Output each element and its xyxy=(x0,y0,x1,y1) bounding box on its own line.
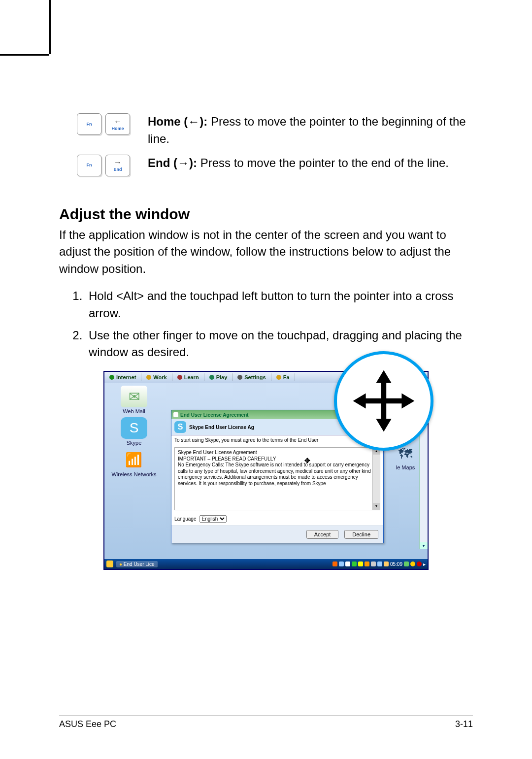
shortcut-desc-end: End (→): Press to move the pointer to th… xyxy=(148,155,449,172)
shortcut-row-home: Fn ← Home Home (←): Press to move the po… xyxy=(59,113,473,148)
learn-icon xyxy=(177,375,182,380)
key-home: ← Home xyxy=(105,113,130,135)
svg-marker-0 xyxy=(353,370,415,432)
tray-icon[interactable] xyxy=(352,561,357,566)
dialog-subtitle: Skype End User License Ag xyxy=(189,425,254,430)
tab-internet[interactable]: Internet xyxy=(104,373,141,381)
step-item: Use the other finger to move on the touc… xyxy=(86,327,473,362)
settings-icon xyxy=(237,375,242,380)
taskbar-clock: 05:09 xyxy=(390,561,402,567)
tray-icon[interactable] xyxy=(332,561,337,566)
key-end: → End xyxy=(105,155,130,176)
dialog-button-row: Accept Decline xyxy=(171,526,383,543)
eula-area: Skype End User License Agreement IMPORTA… xyxy=(171,445,383,512)
tab-work[interactable]: Work xyxy=(141,373,172,381)
desktop-icon-skype[interactable]: S Skype xyxy=(121,417,147,446)
eula-scrollbar[interactable]: ▴ ▾ xyxy=(372,448,380,510)
dialog-title: End User License Agreement xyxy=(180,412,249,418)
play-icon xyxy=(209,375,214,380)
taskbar-item[interactable]: ● End User Lice xyxy=(116,561,158,567)
step-item: Hold <Alt> and the touchpad left button … xyxy=(86,288,473,322)
tray-icon[interactable] xyxy=(404,561,409,566)
dialog-title-icon xyxy=(173,412,178,417)
tray-icon[interactable] xyxy=(358,561,363,566)
home-icon[interactable] xyxy=(106,561,113,567)
footer-left: ASUS Eee PC xyxy=(59,719,116,729)
tab-learn[interactable]: Learn xyxy=(172,373,204,381)
key-combo-end: Fn → End xyxy=(59,155,148,176)
work-icon xyxy=(146,375,151,380)
battery-icon[interactable] xyxy=(384,561,389,566)
eula-line: Skype End User License Agreement xyxy=(178,450,377,456)
star-icon xyxy=(276,375,281,380)
globe-icon xyxy=(109,375,114,380)
screenshot-figure: Internet Work Learn Play Settings Fa ✉ W… xyxy=(103,371,429,570)
shortcut-row-end: Fn → End End (→): Press to move the poin… xyxy=(59,155,473,176)
skype-icon: S xyxy=(121,417,147,439)
crop-mark-horizontal xyxy=(0,54,49,56)
skype-icon: S xyxy=(174,421,186,433)
tray-icon[interactable] xyxy=(417,561,422,566)
tab-favorites-cut[interactable]: Fa xyxy=(271,373,295,381)
tray-icon[interactable] xyxy=(365,561,369,566)
taskbar-left: ● End User Lice xyxy=(106,561,158,567)
steps-list: Hold <Alt> and the touchpad left button … xyxy=(59,288,473,361)
language-row: Language English xyxy=(171,512,383,526)
shortcut-desc-home: Home (←): Press to move the pointer to t… xyxy=(148,113,473,148)
decline-button[interactable]: Decline xyxy=(344,530,378,539)
section-intro: If the application window is not in the … xyxy=(59,227,473,278)
arrow-right-icon: → xyxy=(114,159,122,166)
wifi-icon: 📶 xyxy=(121,449,147,470)
section-heading: Adjust the window xyxy=(59,206,473,223)
tab-play[interactable]: Play xyxy=(204,373,233,381)
envelope-icon: ✉ xyxy=(121,386,147,407)
tray-icon[interactable] xyxy=(377,561,382,566)
arrow-left-icon: ← xyxy=(114,118,122,126)
desktop-icon-wireless[interactable]: 📶 Wireless Networks xyxy=(111,449,156,477)
language-select[interactable]: English xyxy=(200,515,227,523)
eula-line: No Emergency Calls: The Skype software i… xyxy=(178,462,377,487)
accept-button[interactable]: Accept xyxy=(306,530,339,539)
language-label: Language xyxy=(174,516,197,522)
move-cursor-callout xyxy=(334,351,433,451)
four-arrow-move-icon xyxy=(352,369,416,433)
page-content: Fn ← Home Home (←): Press to move the po… xyxy=(59,113,473,570)
footer-right: 3-11 xyxy=(455,719,473,729)
scroll-down-icon[interactable]: ▾ xyxy=(420,542,428,549)
tab-settings[interactable]: Settings xyxy=(233,373,271,381)
tray-icon[interactable] xyxy=(371,561,376,566)
key-fn: Fn xyxy=(77,113,101,135)
tray-icon[interactable] xyxy=(339,561,344,566)
eula-line: IMPORTANT – PLEASE READ CAREFULLY xyxy=(178,456,377,462)
tray-expand-icon[interactable]: ▸ xyxy=(423,561,426,567)
tray-icon[interactable] xyxy=(410,561,415,566)
scroll-down-icon[interactable]: ▾ xyxy=(373,503,380,510)
desktop-icon-webmail[interactable]: ✉ Web Mail xyxy=(121,386,147,414)
desktop-left-column: ✉ Web Mail S Skype 📶 Wireless Networks xyxy=(104,383,164,559)
taskbar: ● End User Lice 05:09 xyxy=(104,559,428,569)
page-footer: ASUS Eee PC 3-11 xyxy=(59,716,473,729)
eula-textbox[interactable]: Skype End User License Agreement IMPORTA… xyxy=(174,447,380,510)
tray-icon[interactable] xyxy=(345,561,350,566)
key-combo-home: Fn ← Home xyxy=(59,113,148,135)
crop-mark-vertical xyxy=(49,0,51,54)
system-tray: 05:09 ▸ xyxy=(332,561,426,567)
key-fn: Fn xyxy=(77,155,101,176)
